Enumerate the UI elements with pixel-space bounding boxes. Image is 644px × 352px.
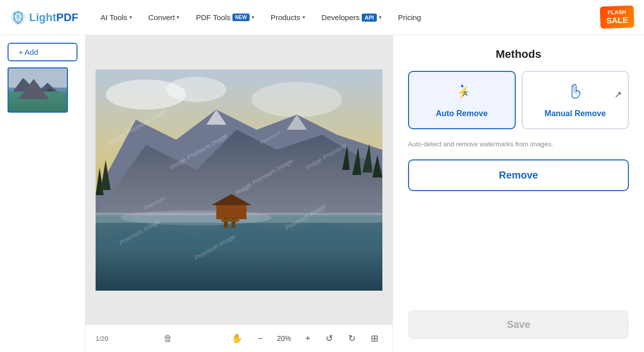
- manual-remove-label: Manual Remove: [544, 109, 606, 118]
- nav-products[interactable]: Products ▾: [264, 9, 312, 26]
- api-badge: API: [362, 14, 377, 22]
- methods-grid: ⚡ A Auto Remove Manual Remove ↗: [408, 71, 629, 129]
- zoom-in-button[interactable]: +: [301, 331, 314, 346]
- manual-remove-card[interactable]: Manual Remove ↗: [522, 71, 629, 129]
- auto-remove-label: Auto Remove: [436, 109, 488, 118]
- svg-rect-5: [9, 95, 67, 112]
- nav-convert[interactable]: Convert ▾: [141, 9, 187, 26]
- undo-button[interactable]: ↺: [321, 331, 337, 346]
- flash-sale-line1: FLASH: [606, 9, 628, 17]
- right-panel: Methods ⚡ A Auto Remove: [392, 35, 644, 352]
- nav-developers[interactable]: Developers API ▾: [314, 9, 389, 26]
- svg-rect-30: [221, 219, 239, 222]
- new-badge: NEW: [232, 14, 249, 21]
- main-image-svg: Image Premium Image Image Premium Image …: [96, 69, 382, 291]
- page-counter: 1/20: [96, 335, 108, 342]
- cursor-icon: ↗: [614, 89, 622, 111]
- chevron-down-icon: ▾: [379, 14, 382, 21]
- canvas-container[interactable]: Image Premium Image Image Premium Image …: [86, 35, 392, 324]
- svg-rect-2: [9, 68, 67, 87]
- image-canvas: Image Premium Image Image Premium Image …: [96, 69, 382, 291]
- remove-button[interactable]: Remove: [408, 159, 629, 191]
- add-button[interactable]: + Add: [8, 43, 77, 61]
- sidebar: + Add: [0, 35, 86, 352]
- svg-point-25: [121, 210, 272, 225]
- flash-sale-line2: SALE: [606, 16, 628, 25]
- delete-button[interactable]: 🗑: [164, 333, 173, 344]
- zoom-controls: ✋ − 20% + ↺ ↻ ⊞: [227, 331, 382, 346]
- hand-tool-button[interactable]: ✋: [227, 331, 247, 346]
- svg-point-10: [166, 77, 226, 102]
- auto-remove-card[interactable]: ⚡ A Auto Remove: [408, 71, 516, 129]
- canvas-toolbar: 1/20 🗑 ✋ − 20% + ↺ ↻ ⊞: [86, 324, 392, 352]
- nav-pricing[interactable]: Pricing: [391, 9, 428, 26]
- manual-remove-icon: [566, 82, 584, 104]
- main-nav: AI Tools ▾ Convert ▾ PDF Tools NEW ▾ Pro…: [94, 9, 596, 26]
- methods-title: Methods: [408, 48, 629, 61]
- chevron-down-icon: ▾: [177, 14, 180, 21]
- image-thumbnail[interactable]: [8, 67, 68, 113]
- save-button: Save: [408, 310, 629, 339]
- svg-text:A: A: [463, 90, 468, 98]
- method-description: Auto-detect and remove watermarks from i…: [408, 139, 629, 149]
- svg-rect-26: [216, 204, 247, 219]
- nav-ai-tools[interactable]: AI Tools ▾: [94, 9, 139, 26]
- compare-button[interactable]: ⊞: [367, 331, 382, 346]
- header: LightPDF AI Tools ▾ Convert ▾ PDF Tools …: [0, 0, 644, 35]
- trash-container: 🗑: [164, 333, 173, 344]
- nav-pdf-tools[interactable]: PDF Tools NEW ▾: [189, 9, 261, 26]
- svg-point-11: [252, 82, 342, 117]
- logo-text: LightPDF: [29, 11, 78, 24]
- zoom-level-display: 20%: [274, 334, 294, 342]
- chevron-down-icon: ▾: [129, 14, 132, 21]
- redo-button[interactable]: ↻: [344, 331, 360, 346]
- canvas-area: Image Premium Image Image Premium Image …: [86, 35, 392, 352]
- thumbnail-image: [9, 68, 67, 112]
- auto-remove-icon: ⚡ A: [453, 82, 471, 104]
- svg-marker-4: [38, 87, 67, 112]
- svg-marker-6: [31, 87, 38, 95]
- logo[interactable]: LightPDF: [10, 10, 78, 26]
- main-content: + Add: [0, 35, 644, 352]
- chevron-down-icon: ▾: [302, 14, 305, 21]
- logo-icon: [10, 10, 26, 26]
- flash-sale-banner[interactable]: FLASH SALE: [600, 6, 634, 29]
- svg-rect-7: [31, 93, 37, 95]
- zoom-out-button[interactable]: −: [254, 331, 267, 346]
- chevron-down-icon: ▾: [252, 14, 255, 21]
- thumbnail-svg: [9, 68, 67, 112]
